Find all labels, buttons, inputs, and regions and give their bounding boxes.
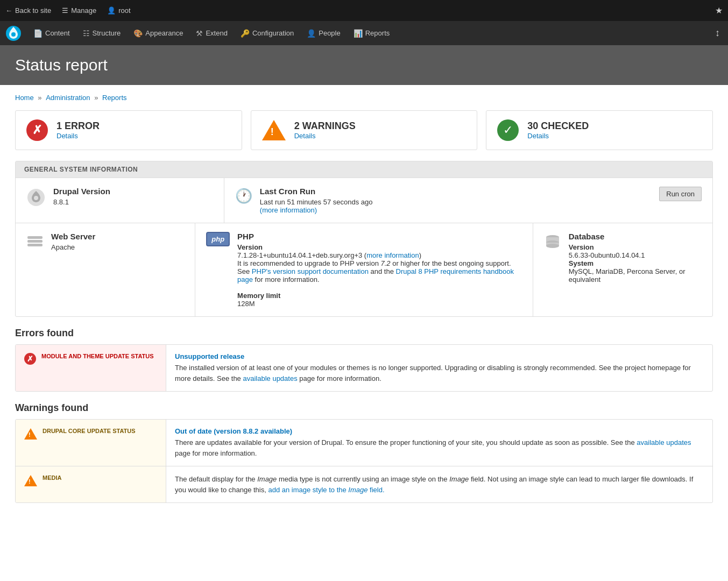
error-content-cell-0: Unsupported release The installed versio… <box>166 345 712 391</box>
database-info: Version 5.6.33-0ubuntu0.14.04.1 System M… <box>569 243 702 284</box>
shortcuts-icon: ★ <box>715 5 723 16</box>
errors-section: Errors found ✗ MODULE AND THEME UPDATE S… <box>15 328 713 392</box>
breadcrumb: Home » Administration » Reports <box>15 94 713 102</box>
errors-title: Errors found <box>15 328 713 339</box>
breadcrumb-administration[interactable]: Administration <box>46 94 90 102</box>
warning-label-text-0: DRUPAL CORE UPDATE STATUS <box>43 427 136 435</box>
error-issue-title-0[interactable]: Unsupported release <box>175 352 704 360</box>
nav-configuration[interactable]: 🔑 Configuration <box>234 21 300 45</box>
add-image-style-link[interactable]: add an image style to the Image field. <box>268 486 384 494</box>
clock-icon: 🕐 <box>235 188 252 204</box>
warning-text-0: There are updates available for your ver… <box>175 438 691 457</box>
webserver-cell: Web Server Apache <box>16 223 195 316</box>
user-menu[interactable]: 👤 root <box>107 6 130 15</box>
svg-rect-6 <box>27 244 43 246</box>
php-version: Version 7.1.28-1+ubuntu14.04.1+deb.sury.… <box>237 243 522 308</box>
back-icon: ← <box>5 6 12 15</box>
nav-content[interactable]: 📄 Content <box>27 21 76 45</box>
cron-value: Last run 51 minutes 57 seconds ago (more… <box>260 198 373 214</box>
summary-cards: ✗ 1 ERROR Details 2 WARNINGS Details ✓ 3… <box>15 110 713 150</box>
extend-icon: ⚒ <box>196 29 203 38</box>
database-icon <box>544 233 561 254</box>
warning-count: 2 WARNINGS <box>294 121 356 132</box>
warning-issue-title-0[interactable]: Out of date (version 8.8.2 available) <box>175 427 704 435</box>
checked-count: 30 CHECKED <box>527 121 589 132</box>
nav-people-label: People <box>319 29 340 37</box>
error-icon: ✗ <box>26 119 48 141</box>
error-small-icon: ✗ <box>24 353 36 365</box>
warning-label-cell-0: DRUPAL CORE UPDATE STATUS <box>16 420 166 466</box>
cron-more-link[interactable]: (more information) <box>260 206 317 214</box>
error-text-0: The installed version of at least one of… <box>175 364 691 382</box>
site-logo[interactable] <box>3 23 24 44</box>
nav-people[interactable]: 👤 People <box>300 21 347 45</box>
database-title: Database <box>569 232 702 241</box>
manage-menu[interactable]: ☰ Manage <box>62 6 96 15</box>
nav-structure[interactable]: ☷ Structure <box>76 21 128 45</box>
error-label-cell-0: ✗ MODULE AND THEME UPDATE STATUS <box>16 345 166 391</box>
top-bar: ← Back to site ☰ Manage 👤 root ★ <box>0 0 728 21</box>
php-title: PHP <box>237 232 522 241</box>
page-header: Status report <box>0 45 728 85</box>
structure-icon: ☷ <box>83 29 90 38</box>
warning-icon <box>262 120 286 140</box>
nav-appearance[interactable]: 🎨 Appearance <box>127 21 189 45</box>
nav-appearance-label: Appearance <box>145 29 183 37</box>
check-icon: ✓ <box>497 119 519 141</box>
svg-point-11 <box>546 244 559 248</box>
nav-reports[interactable]: 📊 Reports <box>347 21 397 45</box>
error-card: ✗ 1 ERROR Details <box>15 110 242 150</box>
back-label: Back to site <box>15 6 51 15</box>
error-label-text-0: MODULE AND THEME UPDATE STATUS <box>41 352 154 360</box>
general-system-header: GENERAL SYSTEM INFORMATION <box>16 161 712 178</box>
warning-label-cell-1: MEDIA <box>16 466 166 502</box>
manage-label: Manage <box>71 6 96 15</box>
checked-details-link[interactable]: Details <box>527 132 589 140</box>
drupal-version-cell: Drupal Version 8.8.1 <box>16 178 224 223</box>
warning-details-link[interactable]: Details <box>294 132 356 140</box>
warning-content-cell-0: Out of date (version 8.8.2 available) Th… <box>166 420 712 466</box>
breadcrumb-reports[interactable]: Reports <box>102 94 127 102</box>
nav-structure-label: Structure <box>93 29 121 37</box>
php-cell: php PHP Version 7.1.28-1+ubuntu14.04.1+d… <box>195 223 533 316</box>
warning-row-0: DRUPAL CORE UPDATE STATUS Out of date (v… <box>16 420 712 466</box>
drupal-version-title: Drupal Version <box>53 187 110 196</box>
general-row-1: Drupal Version 8.8.1 🕐 Last Cron Run Las… <box>16 178 712 223</box>
warning-small-icon-0 <box>24 428 37 440</box>
content-icon: 📄 <box>33 29 43 38</box>
page-title: Status report <box>15 56 713 74</box>
error-details-link[interactable]: Details <box>56 132 100 140</box>
back-to-site[interactable]: ← Back to site <box>5 6 51 15</box>
general-row-2: Web Server Apache php PHP Version 7.1.28… <box>16 223 712 316</box>
php-version-doc-link[interactable]: PHP's version support documentation <box>252 267 369 275</box>
warning-content-cell-1: The default display for the Image media … <box>166 466 712 502</box>
username-label: root <box>118 6 130 15</box>
drupal-icon <box>26 188 46 211</box>
svg-rect-5 <box>27 240 43 243</box>
warnings-title: Warnings found <box>15 402 713 414</box>
appearance-icon: 🎨 <box>133 29 143 38</box>
nav-bar: 📄 Content ☷ Structure 🎨 Appearance ⚒ Ext… <box>0 21 728 45</box>
error-count: 1 ERROR <box>56 121 100 132</box>
warning-label-text-1: MEDIA <box>43 474 61 481</box>
warning-card: 2 WARNINGS Details <box>251 110 478 150</box>
breadcrumb-home[interactable]: Home <box>15 94 34 102</box>
nav-extend[interactable]: ⚒ Extend <box>189 21 234 45</box>
main-content: Home » Administration » Reports ✗ 1 ERRO… <box>0 85 728 522</box>
available-updates-link-error[interactable]: available updates <box>243 374 297 382</box>
warning-row-1: MEDIA The default display for the Image … <box>16 466 712 502</box>
nav-right-toggle[interactable]: ↕ <box>710 27 725 39</box>
hamburger-icon: ☰ <box>62 6 68 15</box>
general-system-section: GENERAL SYSTEM INFORMATION Drupal Versio… <box>15 161 713 317</box>
run-cron-button[interactable]: Run cron <box>659 187 702 201</box>
php-more-link[interactable]: more information <box>366 251 419 259</box>
cron-cell: 🕐 Last Cron Run Last run 51 minutes 57 s… <box>224 178 712 223</box>
configuration-icon: 🔑 <box>241 29 250 38</box>
top-bar-right: ★ <box>715 5 723 16</box>
error-row-0: ✗ MODULE AND THEME UPDATE STATUS Unsuppo… <box>16 345 712 391</box>
warning-text-1: The default display for the Image media … <box>175 475 693 494</box>
svg-rect-4 <box>27 236 43 239</box>
available-updates-link-warning[interactable]: available updates <box>637 438 691 447</box>
warning-small-icon-1 <box>24 475 37 486</box>
webserver-title: Web Server <box>51 232 95 241</box>
